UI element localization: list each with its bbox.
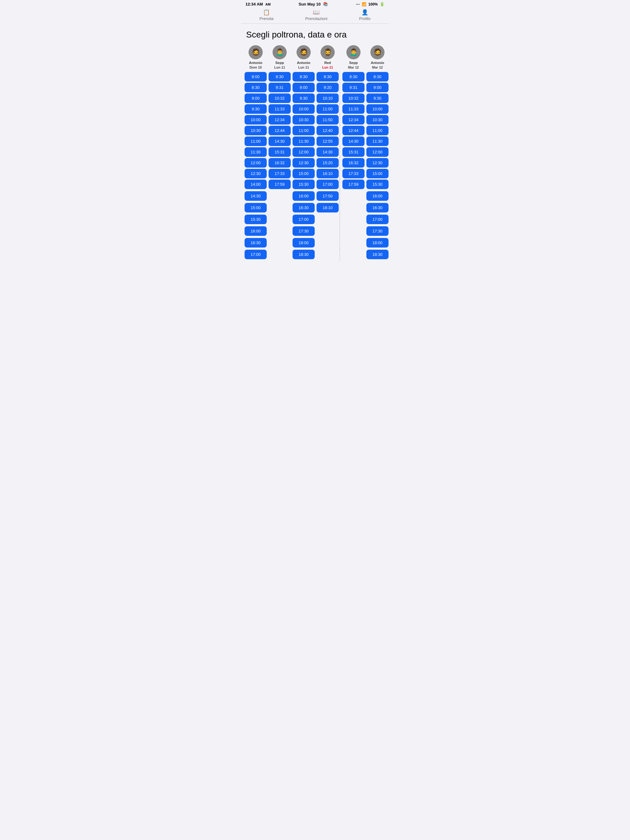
time-button[interactable]: 8:30 xyxy=(293,72,315,82)
time-button[interactable]: 12:00 xyxy=(366,147,388,157)
time-button[interactable]: 17:59 xyxy=(269,180,291,189)
time-button[interactable]: 12:30 xyxy=(245,169,267,178)
time-button[interactable]: 10:00 xyxy=(245,115,267,125)
time-button[interactable]: 8:30 xyxy=(245,83,267,92)
time-button[interactable]: 14:30 xyxy=(342,136,364,146)
time-button[interactable]: 18:10 xyxy=(317,203,339,212)
time-button[interactable]: 11:00 xyxy=(317,104,339,114)
time-button[interactable]: 15:30 xyxy=(245,215,267,224)
slot-row-12: 15:0016:3018:1016:3018:1016:3018:10 xyxy=(244,202,389,214)
time-button[interactable]: 17:00 xyxy=(293,215,315,224)
time-button[interactable]: 17:00 xyxy=(245,249,267,259)
time-button[interactable]: 8:30 xyxy=(269,72,291,82)
time-button[interactable]: 12:00 xyxy=(245,158,267,167)
time-slot: 12:30 xyxy=(291,158,316,168)
time-button[interactable]: 9:30 xyxy=(245,104,267,114)
time-button[interactable]: 15:00 xyxy=(293,169,315,178)
time-button[interactable]: 16:00 xyxy=(366,191,388,201)
time-button[interactable]: 17:50 xyxy=(317,191,339,201)
time-button[interactable]: 16:30 xyxy=(293,203,315,212)
time-button[interactable]: 11:33 xyxy=(269,104,291,114)
schedule-grid: 🧔 Antonio Dom 10 👨‍🦱 Sepp Lun 11 🧔 Anton… xyxy=(241,44,389,267)
time-button[interactable]: 8:00 xyxy=(245,72,267,82)
time-button[interactable]: 12:44 xyxy=(342,126,364,135)
time-button[interactable]: 15:31 xyxy=(342,147,364,157)
time-button[interactable]: 11:30 xyxy=(293,136,315,146)
time-button[interactable]: 9:31 xyxy=(269,83,291,92)
time-button[interactable]: 11:00 xyxy=(293,126,315,135)
time-button[interactable]: 15:31 xyxy=(269,147,291,157)
time-button[interactable]: 14:30 xyxy=(245,191,267,201)
nav-prenota[interactable]: 📋 Prenota xyxy=(260,9,274,21)
time-button[interactable]: 14:00 xyxy=(245,180,267,189)
time-button[interactable]: 11:30 xyxy=(245,147,267,157)
time-button[interactable]: 12:55 xyxy=(317,136,339,146)
time-button[interactable]: 10:30 xyxy=(293,115,315,125)
time-button[interactable]: 16:32 xyxy=(269,158,291,167)
time-slot: 15:31 xyxy=(342,147,366,158)
nav-prenotazioni[interactable]: 📖 Prenotazioni xyxy=(305,9,327,21)
time-button[interactable]: 8:30 xyxy=(342,72,364,82)
time-button[interactable]: 16:00 xyxy=(293,191,315,201)
time-button[interactable]: 11:33 xyxy=(342,104,364,114)
time-button[interactable]: 11:00 xyxy=(366,126,388,135)
time-button[interactable]: 10:32 xyxy=(269,93,291,103)
time-button[interactable]: 14:30 xyxy=(269,136,291,146)
time-button[interactable]: 10:00 xyxy=(293,104,315,114)
time-button[interactable]: 18:00 xyxy=(366,238,388,248)
time-button[interactable]: 12:40 xyxy=(317,126,339,135)
time-button[interactable]: 10:30 xyxy=(366,115,388,125)
time-button[interactable]: 8:30 xyxy=(317,72,339,82)
time-button[interactable]: 17:59 xyxy=(342,180,364,189)
time-button[interactable]: 9:20 xyxy=(317,83,339,92)
time-slot: 17:00 xyxy=(291,214,316,226)
time-button[interactable]: 15:00 xyxy=(245,203,267,212)
time-button[interactable]: 18:30 xyxy=(366,249,388,259)
time-button[interactable]: 10:32 xyxy=(342,93,364,103)
time-button[interactable]: 15:30 xyxy=(366,180,388,189)
time-button[interactable]: 16:10 xyxy=(317,169,339,178)
time-button[interactable]: 8:30 xyxy=(366,72,388,82)
time-button[interactable]: 16:00 xyxy=(245,226,267,236)
time-button[interactable]: 12:34 xyxy=(342,115,364,125)
time-button[interactable]: 15:00 xyxy=(366,169,388,178)
time-button[interactable]: 17:33 xyxy=(269,169,291,178)
time-button[interactable]: 15:30 xyxy=(293,180,315,189)
time-button[interactable]: 17:00 xyxy=(366,215,388,224)
time-button[interactable]: 10:10 xyxy=(317,93,339,103)
time-button[interactable]: 12:30 xyxy=(293,158,315,167)
time-button[interactable]: 9:00 xyxy=(245,93,267,103)
time-button[interactable]: 17:30 xyxy=(366,226,388,236)
time-button[interactable]: 18:30 xyxy=(293,249,315,259)
time-slot: 16:00 xyxy=(244,226,268,237)
nav-profilo[interactable]: 👤 Profilo xyxy=(359,9,371,21)
time-button[interactable]: 9:30 xyxy=(293,93,315,103)
time-button[interactable]: 17:00 xyxy=(317,180,339,189)
slot-row-0: 8:008:308:308:308:308:308:308:308:308:30… xyxy=(244,71,389,82)
time-button[interactable]: 10:30 xyxy=(245,126,267,135)
time-button[interactable]: 16:32 xyxy=(342,158,364,167)
time-button[interactable]: 18:00 xyxy=(293,238,315,248)
time-button[interactable]: 12:00 xyxy=(293,147,315,157)
time-button[interactable]: 10:00 xyxy=(366,104,388,114)
time-button[interactable]: 11:00 xyxy=(245,136,267,146)
time-button[interactable]: 11:50 xyxy=(317,115,339,125)
empty-slot xyxy=(268,249,291,261)
time-button[interactable]: 17:33 xyxy=(342,169,364,178)
time-button[interactable]: 12:44 xyxy=(269,126,291,135)
time-slot: 18:00 xyxy=(291,237,316,249)
time-button[interactable]: 16:30 xyxy=(245,238,267,248)
time-button[interactable]: 9:31 xyxy=(342,83,364,92)
time-button[interactable]: 11:30 xyxy=(366,136,388,146)
time-button[interactable]: 9:00 xyxy=(366,83,388,92)
time-button[interactable]: 9:30 xyxy=(366,93,388,103)
time-button[interactable]: 16:30 xyxy=(366,203,388,212)
slot-row-3: 9:3011:3310:0011:0011:3310:0011:0011:331… xyxy=(244,104,389,114)
time-button[interactable]: 12:34 xyxy=(269,115,291,125)
time-slot: 9:30 xyxy=(244,104,268,114)
time-button[interactable]: 12:30 xyxy=(366,158,388,167)
time-button[interactable]: 15:20 xyxy=(317,158,339,167)
time-button[interactable]: 9:00 xyxy=(293,83,315,92)
time-button[interactable]: 14:30 xyxy=(317,147,339,157)
time-button[interactable]: 17:30 xyxy=(293,226,315,236)
